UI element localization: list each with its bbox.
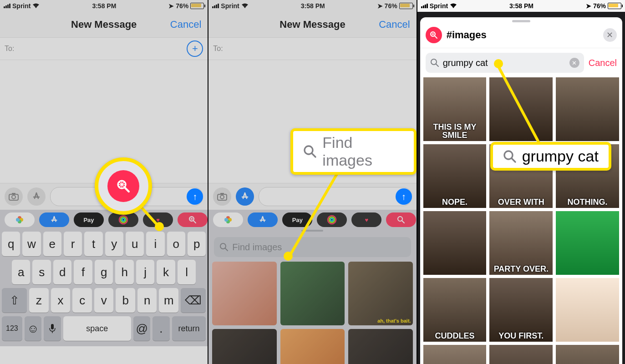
key-h[interactable]: h: [115, 260, 133, 284]
emoji-key[interactable]: ☺: [25, 316, 41, 341]
key-m[interactable]: m: [159, 288, 178, 313]
gif-result[interactable]: ah, that's bait.: [348, 262, 412, 325]
key-c[interactable]: c: [72, 288, 92, 313]
key-g[interactable]: g: [95, 260, 113, 284]
image-result[interactable]: PARTY OVER.: [489, 211, 553, 275]
period-key[interactable]: .: [152, 316, 169, 341]
status-time: 3:58 PM: [509, 2, 534, 10]
image-caption: YOU FIRST.: [498, 330, 544, 342]
digital-touch-app-pill[interactable]: ♥: [351, 212, 381, 227]
key-y[interactable]: y: [105, 232, 123, 256]
nav-title: New Message: [279, 19, 345, 30]
screen-1-new-message-keyboard: Sprint 3:58 PM ➤ 76% New Message Cancel …: [0, 0, 208, 364]
space-key[interactable]: space: [63, 316, 131, 341]
return-key[interactable]: return: [172, 316, 206, 341]
key-q[interactable]: q: [2, 232, 20, 256]
key-f[interactable]: f: [74, 260, 92, 284]
shift-key[interactable]: ⇧: [2, 288, 27, 313]
signal-bars-icon: [212, 4, 219, 8]
key-z[interactable]: z: [29, 288, 49, 313]
image-result[interactable]: [423, 211, 487, 275]
key-k[interactable]: k: [157, 260, 175, 284]
svg-point-14: [220, 195, 224, 199]
cancel-search-button[interactable]: Cancel: [589, 58, 617, 68]
numbers-key[interactable]: 123: [2, 316, 22, 341]
gif-result[interactable]: [280, 329, 345, 364]
to-field-row[interactable]: To: +: [0, 38, 208, 60]
key-e[interactable]: e: [43, 232, 61, 256]
gif-result[interactable]: [212, 262, 276, 325]
image-result[interactable]: [556, 345, 619, 364]
delete-key[interactable]: ⌫: [181, 288, 206, 313]
message-text-input[interactable]: [259, 187, 412, 206]
svg-point-25: [305, 146, 313, 154]
svg-point-28: [504, 151, 513, 159]
image-result[interactable]: NOPE.: [423, 144, 487, 208]
gif-result[interactable]: [280, 262, 345, 325]
image-result[interactable]: [556, 77, 619, 141]
key-b[interactable]: b: [116, 288, 135, 313]
close-sheet-button[interactable]: ✕: [603, 28, 617, 42]
add-contact-button[interactable]: +: [187, 40, 203, 57]
svg-point-19: [224, 218, 228, 222]
callout-text: Find images: [322, 134, 403, 169]
location-icon: ➤: [586, 2, 591, 10]
image-result[interactable]: [556, 278, 619, 342]
camera-button[interactable]: [213, 187, 231, 206]
photos-app-pill[interactable]: [5, 212, 35, 227]
camera-button[interactable]: [5, 187, 23, 206]
nav-title: New Message: [71, 19, 137, 30]
gif-result[interactable]: [348, 329, 412, 364]
photos-app-pill[interactable]: [213, 212, 243, 227]
apple-pay-app-pill[interactable]: Pay: [74, 212, 104, 227]
key-w[interactable]: w: [22, 232, 41, 256]
nav-bar: New Message Cancel: [0, 12, 208, 38]
appstore-button[interactable]: [27, 187, 46, 206]
key-i[interactable]: i: [146, 232, 164, 256]
search-value: grumpy cat: [443, 58, 488, 68]
image-result[interactable]: [423, 345, 487, 364]
activity-app-pill[interactable]: [317, 212, 347, 227]
send-button[interactable]: ↑: [396, 188, 412, 205]
dictation-key[interactable]: [44, 316, 61, 341]
image-caption: OVER WITH: [497, 196, 545, 208]
sheet-handle[interactable]: [512, 20, 530, 22]
search-row: grumpy cat ✕ Cancel: [420, 48, 622, 77]
key-p[interactable]: p: [188, 232, 206, 256]
key-u[interactable]: u: [126, 232, 144, 256]
at-key[interactable]: @: [133, 316, 150, 341]
images-app-pill[interactable]: [386, 212, 416, 227]
signal-bars-icon: [421, 4, 428, 8]
image-result[interactable]: YOU FIRST.: [489, 278, 553, 342]
gif-result[interactable]: [212, 329, 276, 364]
appstore-app-pill[interactable]: [248, 212, 278, 227]
appstore-button[interactable]: [236, 187, 254, 206]
cancel-button[interactable]: Cancel: [170, 19, 201, 30]
key-o[interactable]: o: [167, 232, 185, 256]
key-r[interactable]: r: [64, 232, 82, 256]
key-j[interactable]: j: [136, 260, 154, 284]
key-a[interactable]: a: [12, 260, 30, 284]
key-d[interactable]: d: [53, 260, 71, 284]
image-result[interactable]: GOT PETTED ONCE: [489, 345, 553, 364]
images-app-pill[interactable]: [178, 212, 208, 227]
sheet-header: #images ✕: [420, 25, 622, 48]
key-x[interactable]: x: [51, 288, 71, 313]
status-bar: Sprint 3:58 PM ➤ 76%: [417, 0, 625, 12]
image-result[interactable]: CUDDLES: [423, 278, 487, 342]
clear-search-button[interactable]: ✕: [569, 58, 579, 68]
image-result[interactable]: [556, 211, 619, 275]
image-result[interactable]: THIS IS MY SMILE: [423, 77, 487, 141]
cancel-button[interactable]: Cancel: [379, 19, 410, 30]
key-t[interactable]: t: [84, 232, 102, 256]
key-v[interactable]: v: [94, 288, 114, 313]
key-l[interactable]: l: [178, 260, 196, 284]
image-search-input[interactable]: grumpy cat ✕: [426, 53, 584, 73]
wifi-icon: [241, 3, 249, 9]
to-field-row[interactable]: To:: [208, 38, 416, 60]
key-n[interactable]: n: [137, 288, 157, 313]
svg-point-27: [431, 59, 437, 65]
appstore-app-pill[interactable]: [39, 212, 69, 227]
key-s[interactable]: s: [32, 260, 51, 284]
find-images-input[interactable]: Find images: [214, 237, 411, 257]
